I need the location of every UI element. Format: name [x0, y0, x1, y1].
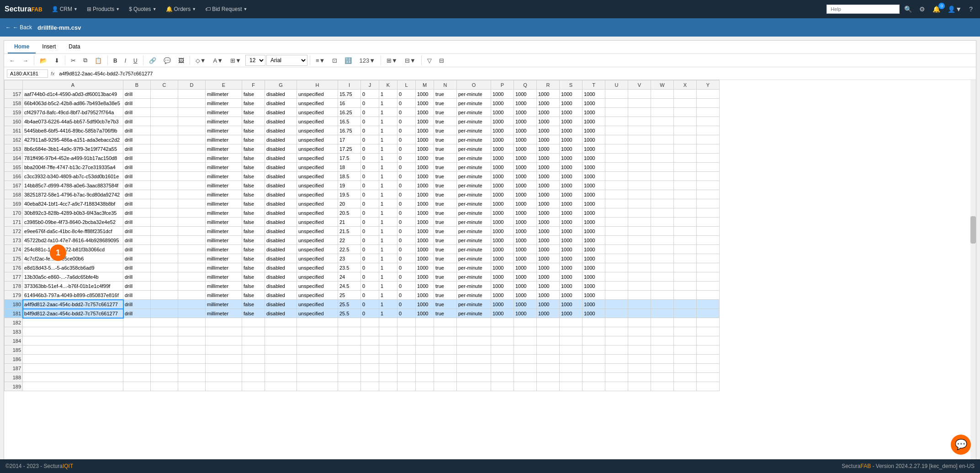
cell-G162[interactable]: disabled	[265, 135, 297, 144]
cell-S182[interactable]	[560, 318, 583, 327]
cell-H158[interactable]: unspecified	[297, 99, 338, 108]
cell-N177[interactable]: true	[434, 272, 457, 282]
cell-Q186[interactable]	[514, 355, 537, 364]
cell-C176[interactable]	[151, 263, 178, 272]
cell-E184[interactable]	[206, 336, 242, 345]
cell-L188[interactable]	[397, 373, 416, 382]
cell-R178[interactable]: 1000	[537, 282, 560, 291]
cell-Y161[interactable]	[697, 126, 720, 135]
cell-T163[interactable]: 1000	[583, 144, 605, 154]
cell-N184[interactable]	[434, 336, 457, 345]
nav-back-button[interactable]: ←	[6, 55, 18, 66]
cell-C162[interactable]	[151, 135, 178, 144]
cell-S185[interactable]	[560, 345, 583, 355]
cell-P170[interactable]: 1000	[491, 208, 514, 218]
cell-J188[interactable]	[361, 373, 379, 382]
cell-I167[interactable]: 19	[338, 181, 361, 190]
cell-E181[interactable]: millimeter	[206, 309, 242, 318]
cell-R174[interactable]: 1000	[537, 245, 560, 254]
cell-W179[interactable]	[651, 291, 674, 300]
vertical-scrollbar[interactable]	[970, 80, 976, 469]
cell-R186[interactable]	[537, 355, 560, 364]
cell-L169[interactable]: 0	[397, 199, 416, 208]
cell-P180[interactable]: 1000	[491, 300, 514, 309]
cell-P167[interactable]: 1000	[491, 181, 514, 190]
cell-J157[interactable]: 0	[361, 90, 379, 99]
cell-S158[interactable]: 1000	[560, 99, 583, 108]
cell-U187[interactable]	[605, 364, 628, 373]
cell-F178[interactable]: false	[242, 282, 265, 291]
cell-E174[interactable]: millimeter	[206, 245, 242, 254]
cell-H165[interactable]: unspecified	[297, 163, 338, 172]
cell-T158[interactable]: 1000	[583, 99, 605, 108]
col-header-t[interactable]: T	[583, 80, 605, 90]
cell-V177[interactable]	[628, 272, 651, 282]
cell-W174[interactable]	[651, 245, 674, 254]
cell-O166[interactable]: per-minute	[457, 172, 491, 181]
col-header-w[interactable]: W	[651, 80, 674, 90]
cell-K169[interactable]: 1	[379, 199, 397, 208]
cell-I189[interactable]	[338, 382, 361, 391]
cell-V169[interactable]	[628, 199, 651, 208]
cell-C170[interactable]	[151, 208, 178, 218]
cell-B173[interactable]: drill	[123, 236, 151, 245]
cell-A177[interactable]: 13b30a5c-e860-...-7a6dc65bfe4b	[23, 272, 123, 282]
cell-W162[interactable]	[651, 135, 674, 144]
cell-V180[interactable]	[628, 300, 651, 309]
cell-Y165[interactable]	[697, 163, 720, 172]
cell-Q171[interactable]: 1000	[514, 218, 537, 227]
align-button[interactable]: ≡▼	[313, 55, 328, 66]
cell-Y166[interactable]	[697, 172, 720, 181]
cell-T170[interactable]: 1000	[583, 208, 605, 218]
cell-D169[interactable]	[178, 199, 206, 208]
cell-V182[interactable]	[628, 318, 651, 327]
cell-K173[interactable]: 1	[379, 236, 397, 245]
cell-D167[interactable]	[178, 181, 206, 190]
cell-Q168[interactable]: 1000	[514, 190, 537, 199]
cell-F181[interactable]: false	[242, 309, 265, 318]
cell-D175[interactable]	[178, 254, 206, 263]
cell-Y178[interactable]	[697, 282, 720, 291]
col-header-o[interactable]: O	[457, 80, 491, 90]
cell-F168[interactable]: false	[242, 190, 265, 199]
cell-P160[interactable]: 1000	[491, 117, 514, 126]
cell-C165[interactable]	[151, 163, 178, 172]
cell-Y174[interactable]	[697, 245, 720, 254]
cell-X168[interactable]	[674, 190, 697, 199]
cell-D172[interactable]	[178, 227, 206, 236]
cell-V160[interactable]	[628, 117, 651, 126]
cell-J179[interactable]: 0	[361, 291, 379, 300]
cell-P176[interactable]: 1000	[491, 263, 514, 272]
col-header-x[interactable]: X	[674, 80, 697, 90]
cell-E179[interactable]: millimeter	[206, 291, 242, 300]
cell-L163[interactable]: 0	[397, 144, 416, 154]
cell-Q181[interactable]: 1000	[514, 309, 537, 318]
cell-M179[interactable]: 1000	[416, 291, 434, 300]
cell-R179[interactable]: 1000	[537, 291, 560, 300]
cell-I163[interactable]: 17.25	[338, 144, 361, 154]
cell-Q172[interactable]: 1000	[514, 227, 537, 236]
font-family-select[interactable]: Arial Times New Roman	[266, 55, 307, 66]
cell-N186[interactable]	[434, 355, 457, 364]
cell-T171[interactable]: 1000	[583, 218, 605, 227]
cell-X179[interactable]	[674, 291, 697, 300]
cell-J172[interactable]: 0	[361, 227, 379, 236]
cell-U172[interactable]	[605, 227, 628, 236]
cell-K187[interactable]	[379, 364, 397, 373]
cell-L174[interactable]: 0	[397, 245, 416, 254]
cell-I161[interactable]: 16.75	[338, 126, 361, 135]
cell-I168[interactable]: 19.5	[338, 190, 361, 199]
cell-B175[interactable]: drill	[123, 254, 151, 263]
cell-P173[interactable]: 1000	[491, 236, 514, 245]
col-header-i[interactable]: I	[338, 80, 361, 90]
cell-J164[interactable]: 0	[361, 154, 379, 163]
cell-A161[interactable]: 5445bbe8-6bf5-4416-89bc-585b7a706f9b	[23, 126, 123, 135]
col-header-b[interactable]: B	[123, 80, 151, 90]
cell-J159[interactable]: 0	[361, 108, 379, 117]
cell-M188[interactable]	[416, 373, 434, 382]
cell-H179[interactable]: unspecified	[297, 291, 338, 300]
cell-B169[interactable]: drill	[123, 199, 151, 208]
cell-R189[interactable]	[537, 382, 560, 391]
cell-M173[interactable]: 1000	[416, 236, 434, 245]
cell-W157[interactable]	[651, 90, 674, 99]
